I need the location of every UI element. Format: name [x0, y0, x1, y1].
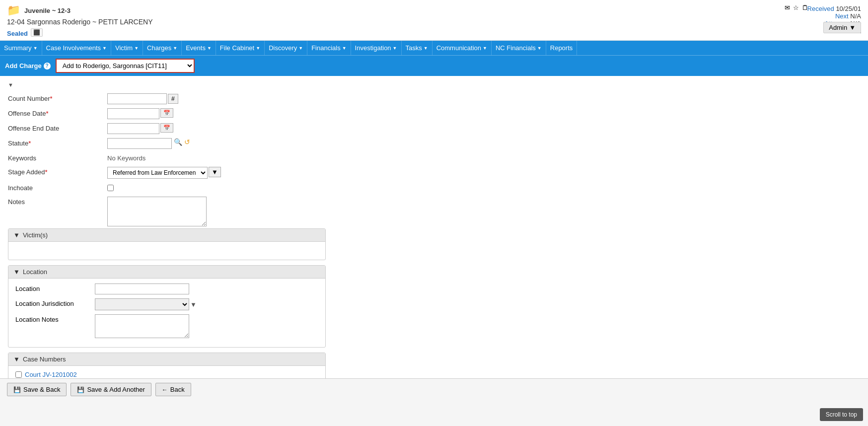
offense-end-date-label: Offense End Date — [8, 123, 107, 132]
nav-label-victim: Victim — [115, 44, 133, 52]
nav-item-charges[interactable]: Charges ▼ — [143, 41, 182, 55]
nav-arrow-investigation: ▼ — [393, 46, 397, 51]
location-notes-label: Location Notes — [15, 314, 95, 323]
mail-icon[interactable]: ✉ — [785, 4, 790, 11]
victims-section: ▼ Victim(s) — [8, 228, 326, 260]
count-number-label: Count Number* — [8, 93, 107, 102]
save-back-icon: 💾 — [13, 386, 21, 393]
offense-date-row: Offense Date* 📅 — [8, 106, 860, 121]
nav-item-case-involvements[interactable]: Case Involvements ▼ — [42, 41, 111, 55]
offense-date-label: Offense Date* — [8, 108, 107, 117]
nav-item-tasks[interactable]: Tasks ▼ — [402, 41, 433, 55]
location-jurisdiction-label: Location Jurisdiction — [15, 298, 95, 307]
next-label: Next — [835, 12, 849, 20]
offense-date-calendar-button[interactable]: 📅 — [160, 108, 173, 118]
inchoate-row: Inchoate — [8, 181, 860, 195]
page-header: 📁 Juvenile ~ 12-3 12-04 Sargonnas Roderi… — [0, 0, 868, 41]
nav-item-investigation[interactable]: Investigation ▼ — [351, 41, 402, 55]
case-subtitle: 12-04 Sargonnas Roderigo ~ PETIT LARCENY — [7, 18, 861, 26]
offense-end-date-row: Offense End Date 📅 — [8, 121, 860, 136]
nav-item-summary[interactable]: Summary ▼ — [0, 41, 42, 55]
add-charge-select[interactable]: Add to Roderigo, Sargonnas [CIT11] — [56, 59, 195, 73]
count-number-row: Count Number* # — [8, 91, 860, 106]
add-charge-bar: Add Charge ? Add to Roderigo, Sargonnas … — [0, 55, 868, 76]
navigation-bar: Summary ▼ Case Involvements ▼ Victim ▼ C… — [0, 41, 868, 55]
location-section: ▼ Location Location Location Jurisdictio… — [8, 265, 326, 348]
inchoate-checkbox[interactable] — [107, 185, 114, 191]
nav-item-reports[interactable]: Reports — [546, 41, 578, 55]
stage-added-dropdown-button[interactable]: ▼ — [209, 167, 221, 177]
nav-label-tasks: Tasks — [406, 44, 422, 52]
nav-item-communication[interactable]: Communication ▼ — [433, 41, 492, 55]
victims-section-header[interactable]: ▼ Victim(s) — [8, 229, 325, 242]
nav-item-discovery[interactable]: Discovery ▼ — [265, 41, 307, 55]
nav-label-financials: Financials — [311, 44, 341, 52]
folder-icon: 📁 — [7, 4, 20, 17]
save-add-another-button[interactable]: 💾 Save & Add Another — [71, 383, 151, 396]
nav-label-summary: Summary — [4, 44, 32, 52]
statute-search-icon[interactable]: 🔍 — [174, 138, 182, 146]
location-field-label: Location — [15, 284, 95, 292]
nav-arrow-tasks: ▼ — [424, 46, 428, 51]
nav-arrow-charges: ▼ — [173, 46, 177, 51]
location-input[interactable] — [95, 284, 189, 294]
save-add-another-label: Save & Add Another — [87, 386, 145, 393]
statute-input[interactable] — [107, 138, 172, 149]
sticky-note-icon[interactable]: 🗒 — [802, 4, 808, 11]
count-required-marker: * — [50, 95, 53, 102]
sealed-icon-button[interactable]: ⬛ — [31, 28, 43, 37]
case-number-court-checkbox[interactable] — [15, 371, 22, 378]
page-title-row: 📁 Juvenile ~ 12-3 — [7, 4, 861, 17]
nav-label-discovery: Discovery — [269, 44, 297, 52]
count-hash-button[interactable]: # — [168, 94, 178, 104]
case-numbers-section-header[interactable]: ▼ Case Numbers — [8, 353, 325, 366]
nav-item-nc-financials[interactable]: NC Financials ▼ — [492, 41, 546, 55]
statute-refresh-icon[interactable]: ↺ — [184, 138, 190, 146]
nav-label-case-involvements: Case Involvements — [46, 44, 101, 52]
offense-date-required-marker: * — [46, 110, 48, 117]
received-label: Received — [807, 5, 834, 12]
save-back-button[interactable]: 💾 Save & Back — [7, 383, 67, 396]
main-content: ▼ Count Number* # Offense Date* 📅 Offens… — [0, 76, 868, 420]
offense-end-date-input[interactable] — [107, 123, 159, 134]
form-collapse-arrow[interactable]: ▼ — [8, 82, 13, 88]
scroll-to-top-button[interactable]: Scroll to top — [820, 408, 863, 420]
location-section-body: Location Location Jurisdiction ▼ Locatio… — [8, 279, 325, 347]
nav-arrow-case-involvements: ▼ — [102, 46, 107, 51]
location-notes-textarea[interactable] — [95, 314, 189, 338]
stage-added-select[interactable]: Referred from Law Enforcemen — [107, 167, 208, 179]
nav-item-events[interactable]: Events ▼ — [182, 41, 216, 55]
count-number-input[interactable] — [107, 93, 167, 104]
admin-button[interactable]: Admin ▼ — [823, 22, 861, 33]
notes-textarea[interactable] — [107, 197, 207, 226]
case-number-court-link[interactable]: Court JV-1201002 — [25, 371, 77, 378]
nav-item-victim[interactable]: Victim ▼ — [111, 41, 143, 55]
location-collapse-icon: ▼ — [13, 268, 20, 276]
add-charge-label: Add Charge ? — [5, 62, 51, 70]
offense-end-date-calendar-button[interactable]: 📅 — [160, 123, 173, 133]
back-label: Back — [170, 386, 185, 393]
offense-date-input[interactable] — [107, 108, 159, 119]
nav-arrow-file-cabinet: ▼ — [256, 46, 260, 51]
location-section-header[interactable]: ▼ Location — [8, 266, 325, 279]
location-row: Location — [15, 284, 318, 294]
nav-arrow-nc-financials: ▼ — [537, 46, 542, 51]
keywords-value: No Keywords — [107, 153, 145, 162]
nav-arrow-financials: ▼ — [342, 46, 347, 51]
location-section-title: Location — [23, 268, 47, 276]
sealed-badge: Sealed — [7, 30, 28, 37]
nav-arrow-summary: ▼ — [33, 46, 38, 51]
star-icon[interactable]: ☆ — [793, 4, 799, 11]
nav-label-communication: Communication — [436, 44, 481, 52]
nav-item-financials[interactable]: Financials ▼ — [307, 41, 351, 55]
nav-label-file-cabinet: File Cabinet — [220, 44, 254, 52]
nav-arrow-communication: ▼ — [483, 46, 487, 51]
back-button[interactable]: ← Back — [155, 383, 191, 396]
nav-item-file-cabinet[interactable]: File Cabinet ▼ — [216, 41, 265, 55]
victims-collapse-icon: ▼ — [13, 231, 20, 239]
location-jurisdiction-select[interactable] — [95, 298, 189, 310]
help-icon[interactable]: ? — [44, 63, 51, 70]
case-number-court: Court JV-1201002 — [15, 371, 318, 378]
case-title: Juvenile ~ 12-3 — [24, 7, 71, 14]
keywords-row: Keywords No Keywords — [8, 151, 860, 165]
